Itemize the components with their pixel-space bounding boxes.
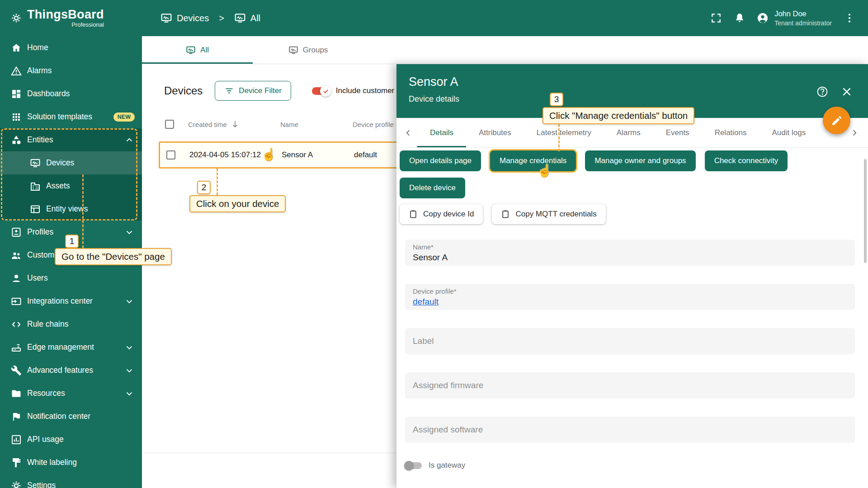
sidebar-item-home[interactable]: Home — [0, 36, 142, 59]
tab-events[interactable]: Events — [653, 118, 702, 147]
tab-details[interactable]: Details — [417, 118, 466, 147]
device-profile-link[interactable]: default — [413, 297, 439, 307]
sidebar-item-rule-chains[interactable]: Rule chains — [0, 313, 142, 336]
breadcrumb-separator: > — [219, 13, 224, 23]
chevron-left-icon — [403, 128, 413, 138]
user-menu[interactable]: John Doe Tenant administrator — [757, 9, 832, 27]
table-footer-divider — [142, 453, 396, 453]
tab-label: Relations — [715, 128, 747, 137]
more-vert-icon — [844, 12, 855, 24]
sidebar-item-api-usage[interactable]: API usage — [0, 428, 142, 451]
include-customer-toggle[interactable] — [312, 87, 330, 95]
device-form: Name* Sensor A Device profile* default L… — [405, 239, 855, 443]
chevron-right-icon — [849, 128, 859, 138]
sidebar-item-alarms[interactable]: Alarms — [0, 59, 142, 82]
sidebar-item-white-labeling[interactable]: White labeling — [0, 451, 142, 474]
check-connectivity-button[interactable]: Check connectivity — [705, 150, 788, 171]
tab-label: Attributes — [479, 128, 511, 137]
sidebar-item-integrations-center[interactable]: Integrations center — [0, 290, 142, 313]
tab-audit-logs[interactable]: Audit logs — [760, 118, 819, 147]
device-filter-button[interactable]: Device Filter — [215, 81, 291, 101]
sidebar-item-label: Customers — [27, 250, 66, 260]
app-edition: Professional — [71, 21, 104, 28]
select-all-checkbox[interactable] — [165, 120, 174, 129]
breadcrumb: Devices > All — [160, 12, 260, 24]
sidebar-item-entities[interactable]: Entities — [0, 128, 142, 151]
sidebar-item-label: White labeling — [27, 458, 77, 467]
sidebar-item-dashboards[interactable]: Dashboards — [0, 82, 142, 105]
drawer-scrollbar[interactable] — [864, 159, 867, 263]
sidebar-item-solution-templates[interactable]: Solution templates NEW — [0, 105, 142, 128]
device-group-icon — [288, 45, 298, 55]
sidebar-item-resources[interactable]: Resources — [0, 382, 142, 405]
apps-grid-icon — [11, 112, 22, 122]
folder-icon — [11, 388, 22, 399]
tab-alarms[interactable]: Alarms — [604, 118, 653, 147]
name-field-label: Name* — [413, 243, 847, 251]
sidebar-item-customers[interactable]: Customers — [0, 244, 142, 267]
notifications-button[interactable] — [734, 12, 745, 24]
device-icon — [30, 158, 41, 169]
row-checkbox[interactable] — [166, 150, 175, 160]
help-button[interactable] — [816, 86, 828, 98]
tab-groups[interactable]: Groups — [253, 36, 363, 64]
copy-mqtt-credentials-button[interactable]: Copy MQTT credentials — [492, 204, 605, 224]
close-button[interactable] — [841, 86, 853, 98]
label-field[interactable]: Label — [405, 328, 855, 354]
tab-all[interactable]: All — [142, 36, 253, 64]
sidebar-item-profiles[interactable]: Profiles — [0, 221, 142, 244]
copy-icon — [501, 210, 510, 219]
column-created-time[interactable]: Created time — [188, 119, 280, 130]
breadcrumb-all[interactable]: All — [250, 13, 260, 23]
sidebar-item-devices[interactable]: Devices — [0, 151, 142, 174]
sidebar: ThingsBoard Professional Home Alarms Das… — [0, 0, 142, 488]
sidebar-item-label: Dashboards — [27, 89, 70, 99]
sidebar-item-label: Assets — [46, 181, 70, 191]
open-details-page-button[interactable]: Open details page — [400, 150, 481, 171]
sidebar-item-label: Solution templates — [27, 112, 92, 122]
sidebar-item-settings[interactable]: Settings — [0, 474, 142, 488]
fullscreen-button[interactable] — [710, 12, 722, 24]
sidebar-item-users[interactable]: Users — [0, 267, 142, 290]
app-logo[interactable]: ThingsBoard Professional — [0, 0, 142, 36]
tab-relations[interactable]: Relations — [702, 118, 760, 147]
manage-owner-groups-button[interactable]: Manage owner and groups — [585, 150, 695, 171]
name-field-value: Sensor A — [413, 253, 847, 263]
gear-icon — [11, 480, 22, 488]
edit-fab[interactable] — [823, 107, 850, 134]
sidebar-item-notification-center[interactable]: Notification center — [0, 405, 142, 428]
column-name[interactable]: Name — [280, 121, 353, 128]
drawer-body: Open details page Manage credentials Man… — [396, 148, 868, 488]
dashboard-icon — [11, 89, 22, 99]
is-gateway-toggle[interactable] — [405, 462, 422, 469]
tab-label: Latest telemetry — [537, 128, 591, 137]
toggle-knob — [320, 85, 331, 97]
tab-latest-telemetry[interactable]: Latest telemetry — [524, 118, 604, 147]
breadcrumb-devices[interactable]: Devices — [177, 13, 209, 23]
tab-label: Audit logs — [772, 128, 806, 137]
sidebar-item-advanced-features[interactable]: Advanced features — [0, 359, 142, 382]
sidebar-item-entity-views[interactable]: Entity views — [0, 197, 142, 221]
assigned-firmware-field[interactable]: Assigned firmware — [405, 372, 855, 399]
tab-attributes[interactable]: Attributes — [466, 118, 524, 147]
sidebar-item-label: Alarms — [27, 66, 52, 75]
sort-arrow-down-icon — [230, 119, 241, 130]
user-role: Tenant administrator — [774, 19, 832, 27]
device-group-icon — [234, 12, 246, 24]
more-menu-button[interactable] — [844, 12, 855, 24]
assigned-software-field[interactable]: Assigned software — [405, 417, 855, 443]
sidebar-group-entities: Entities Devices Assets Entity views — [0, 128, 142, 221]
router-icon — [11, 342, 22, 353]
help-icon — [816, 86, 828, 98]
manage-credentials-button[interactable]: Manage credentials — [490, 150, 576, 171]
copy-icon — [409, 210, 418, 219]
sidebar-item-assets[interactable]: Assets — [0, 174, 142, 197]
device-profile-field[interactable]: Device profile* default — [405, 284, 855, 310]
delete-device-button[interactable]: Delete device — [400, 178, 465, 198]
tabs-scroll-left-button[interactable] — [399, 118, 417, 147]
device-icon — [186, 45, 196, 55]
thingsboard-logo-icon — [11, 13, 22, 23]
copy-device-id-button[interactable]: Copy device Id — [400, 204, 483, 224]
name-field[interactable]: Name* Sensor A — [405, 239, 855, 266]
sidebar-item-edge-management[interactable]: Edge management — [0, 336, 142, 359]
